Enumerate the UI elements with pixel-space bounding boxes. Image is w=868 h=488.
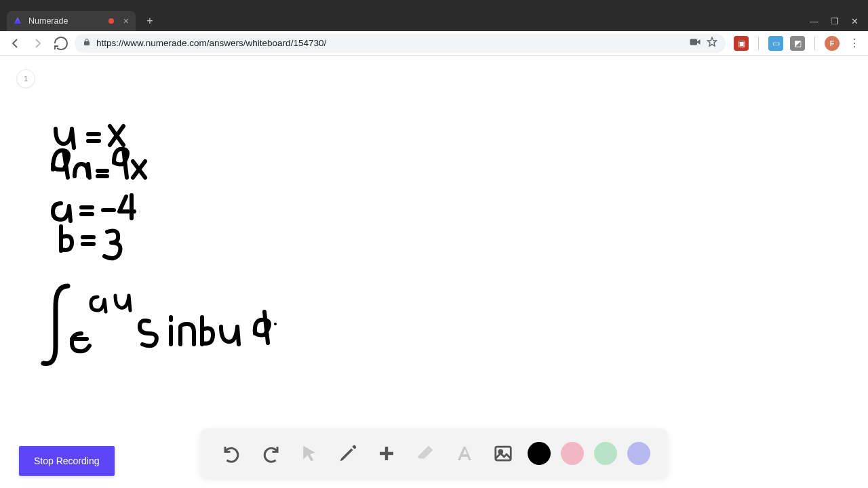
- color-swatch-pink[interactable]: [561, 442, 584, 465]
- tab-numerade[interactable]: Numerade ×: [7, 11, 136, 31]
- svg-rect-2: [495, 447, 511, 460]
- add-tool-button[interactable]: [372, 439, 401, 468]
- nav-reload-button[interactable]: [52, 34, 71, 53]
- url-input[interactable]: [96, 38, 684, 48]
- separator: [758, 37, 759, 50]
- address-bar-row: ▣ ▭ ◩ F ⋮: [0, 31, 868, 56]
- color-swatch-black[interactable]: [528, 442, 551, 465]
- window-close-button[interactable]: ✕: [851, 16, 859, 26]
- whiteboard-canvas[interactable]: 1: [0, 56, 868, 488]
- new-tab-button[interactable]: +: [141, 12, 159, 30]
- browser-menu-button[interactable]: ⋮: [846, 37, 863, 49]
- eraser-tool-button[interactable]: [411, 439, 439, 468]
- page-number-badge[interactable]: 1: [16, 69, 35, 88]
- separator: [814, 37, 815, 50]
- bookmark-star-button[interactable]: [707, 37, 717, 49]
- window-minimize-button[interactable]: —: [810, 16, 818, 26]
- window-controls: — ❐ ✕: [810, 11, 868, 31]
- text-tool-button[interactable]: [450, 439, 479, 468]
- image-tool-button[interactable]: [489, 439, 517, 468]
- handwriting-layer: [41, 117, 326, 401]
- nav-forward-button[interactable]: [28, 34, 47, 53]
- whiteboard-toolbar: [200, 428, 668, 479]
- stop-recording-button[interactable]: Stop Recording: [19, 446, 115, 476]
- extension-2-icon[interactable]: ▭: [768, 36, 783, 51]
- undo-button[interactable]: [218, 439, 246, 468]
- extension-3-icon[interactable]: ◩: [790, 36, 805, 51]
- pen-tool-button[interactable]: [334, 439, 362, 468]
- address-bar[interactable]: [75, 34, 726, 53]
- pointer-tool-button[interactable]: [295, 439, 323, 468]
- redo-button[interactable]: [256, 439, 285, 468]
- camera-icon[interactable]: [689, 37, 701, 49]
- color-swatch-green[interactable]: [594, 442, 617, 465]
- extension-1-icon[interactable]: ▣: [734, 36, 749, 51]
- tab-favicon-icon: [12, 16, 23, 26]
- recording-indicator-icon: [108, 18, 114, 24]
- window-title-bar: [0, 0, 868, 9]
- svg-rect-0: [690, 39, 698, 45]
- tab-close-button[interactable]: ×: [123, 16, 129, 26]
- tab-strip: Numerade × + — ❐ ✕: [0, 9, 868, 31]
- nav-back-button[interactable]: [5, 34, 24, 53]
- profile-avatar[interactable]: F: [825, 36, 840, 51]
- svg-point-1: [274, 323, 277, 325]
- lock-icon: [83, 38, 91, 48]
- color-swatch-purple[interactable]: [627, 442, 650, 465]
- window-restore-button[interactable]: ❐: [831, 16, 839, 26]
- tab-title: Numerade: [28, 16, 68, 26]
- extension-icons: ▣ ▭ ◩ F ⋮: [730, 36, 863, 51]
